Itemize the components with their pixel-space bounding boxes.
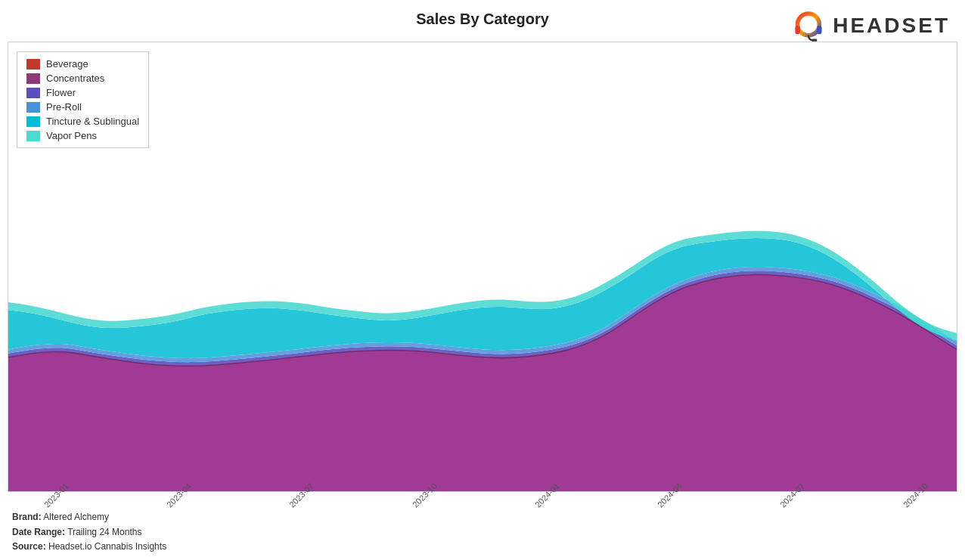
legend-label-flower: Flower xyxy=(46,87,76,98)
legend-label-tincture: Tincture & Sublingual xyxy=(46,116,139,127)
legend-color-flower xyxy=(26,88,40,98)
legend-item-preroll: Pre-Roll xyxy=(26,101,139,113)
legend-color-vaporpens xyxy=(26,131,40,141)
brand-value: Altered Alchemy xyxy=(43,512,109,522)
legend-color-preroll xyxy=(26,102,40,113)
legend-item-vaporpens: Vapor Pens xyxy=(26,130,139,141)
date-label: Date Range: xyxy=(12,527,65,537)
x-label-7: 2024-07 xyxy=(778,481,806,509)
x-label-5: 2024-01 xyxy=(533,481,561,509)
source-label: Source: xyxy=(12,541,46,552)
legend-label-preroll: Pre-Roll xyxy=(46,101,82,113)
footer-info: Brand: Altered Alchemy Date Range: Trail… xyxy=(12,510,166,554)
legend-color-concentrates xyxy=(26,73,40,84)
x-label-3: 2023-07 xyxy=(287,481,315,509)
legend-item-beverage: Beverage xyxy=(26,58,139,70)
legend-label-concentrates: Concentrates xyxy=(46,73,104,84)
legend-color-beverage xyxy=(26,59,40,70)
legend-color-tincture xyxy=(26,116,40,127)
legend-label-beverage: Beverage xyxy=(46,58,88,70)
x-label-6: 2024-04 xyxy=(656,481,684,509)
x-label-4: 2023-10 xyxy=(411,481,439,509)
legend-label-vaporpens: Vapor Pens xyxy=(46,130,97,141)
x-label-1: 2023-01 xyxy=(42,481,70,509)
chart-svg xyxy=(8,42,957,491)
brand-label: Brand: xyxy=(12,512,42,522)
chart-legend: Beverage Concentrates Flower Pre-Roll Ti… xyxy=(17,51,149,148)
legend-item-flower: Flower xyxy=(26,87,139,98)
chart-area xyxy=(8,42,957,492)
x-label-8: 2024-10 xyxy=(901,481,929,509)
source-value: Headset.io Cannabis Insights xyxy=(48,541,166,552)
legend-item-tincture: Tincture & Sublingual xyxy=(26,116,139,127)
page-wrapper: HEADSET Sales By Category Beverage Conce… xyxy=(0,0,965,560)
chart-title: Sales By Category xyxy=(0,11,965,28)
date-value: Trailing 24 Months xyxy=(67,527,141,537)
legend-item-concentrates: Concentrates xyxy=(26,73,139,84)
x-label-2: 2023-04 xyxy=(165,481,193,509)
